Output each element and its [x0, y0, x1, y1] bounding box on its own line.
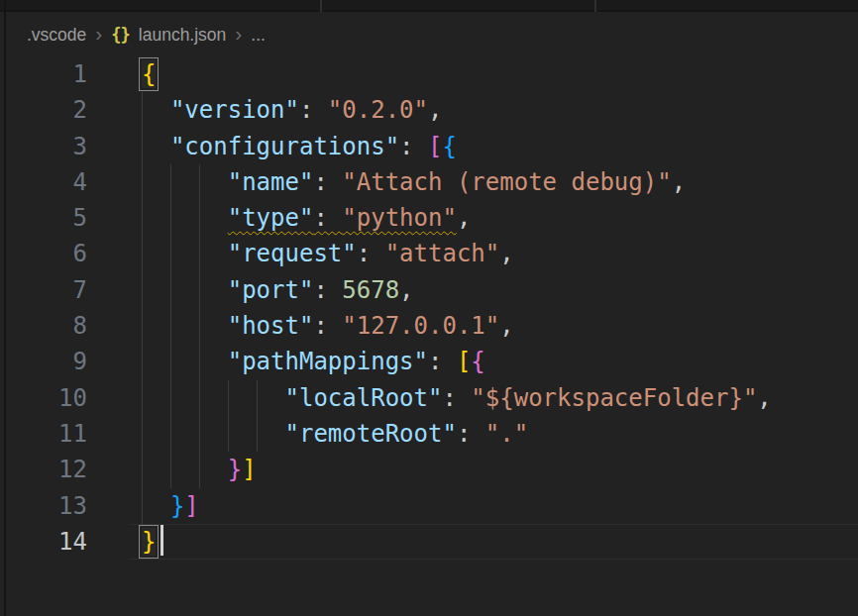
code-line[interactable]: 2 "version": "0.2.0",	[6, 92, 858, 128]
code-token: ,	[457, 204, 471, 232]
code-token	[142, 204, 228, 232]
indent-guide	[142, 308, 143, 344]
code-token: 5678	[342, 276, 399, 304]
indent-guide	[170, 452, 171, 487]
tab-divider	[594, 0, 596, 12]
line-number[interactable]: 13	[6, 488, 87, 524]
indent-guide	[142, 236, 143, 271]
indent-guide	[142, 164, 143, 200]
indent-guide	[142, 92, 143, 128]
code-token: ,	[428, 96, 442, 124]
indent-guide	[142, 416, 143, 452]
editor-left-border	[4, 0, 6, 616]
line-number[interactable]: 3	[6, 129, 87, 164]
code-token	[142, 348, 228, 375]
line-number[interactable]: 7	[6, 272, 87, 308]
indent-guide	[257, 416, 258, 452]
code-token	[142, 456, 228, 483]
code-token	[142, 276, 228, 304]
code-line[interactable]: 1{	[6, 56, 858, 92]
code-token: :	[457, 420, 485, 448]
code-line[interactable]: 13 }]	[6, 488, 858, 524]
indent-guide	[170, 236, 171, 271]
indent-guide	[199, 308, 200, 344]
chevron-right-icon: ›	[235, 23, 242, 44]
line-number[interactable]: 6	[6, 236, 87, 271]
code-line[interactable]: 14}	[6, 524, 858, 560]
indent-guide	[199, 200, 200, 236]
line-number[interactable]: 11	[6, 416, 87, 452]
code-token: :	[313, 312, 342, 340]
indent-guide	[257, 380, 258, 416]
current-line-highlight	[130, 524, 858, 560]
code-token: "version"	[170, 96, 299, 124]
code-line[interactable]: 12 }]	[6, 452, 858, 487]
code-token: "remoteRoot"	[285, 420, 457, 448]
code-content: "configurations": [{	[142, 129, 457, 164]
line-number[interactable]: 5	[6, 200, 87, 236]
code-line[interactable]: 4 "name": "Attach (remote debug)",	[6, 164, 858, 200]
indent-guide	[142, 272, 143, 308]
indent-guide	[170, 416, 171, 452]
code-line[interactable]: 6 "request": "attach",	[6, 236, 858, 271]
line-number[interactable]: 10	[6, 380, 87, 416]
line-number[interactable]: 4	[6, 164, 87, 200]
indent-guide	[142, 452, 143, 487]
code-line[interactable]: 9 "pathMappings": [{	[6, 344, 858, 379]
line-number[interactable]: 14	[6, 524, 87, 560]
code-token: :	[428, 348, 457, 375]
indent-guide	[199, 416, 200, 452]
code-line[interactable]: 10 "localRoot": "${workspaceFolder}",	[6, 380, 858, 416]
breadcrumb-item-folder[interactable]: .vscode	[27, 25, 86, 46]
code-content: "remoteRoot": "."	[142, 416, 528, 452]
code-line[interactable]: 11 "remoteRoot": "."	[6, 416, 858, 452]
breadcrumb-item-file[interactable]: launch.json	[139, 25, 227, 46]
breadcrumb-item-symbol[interactable]: ...	[251, 25, 266, 46]
code-content: }]	[142, 452, 257, 487]
line-number[interactable]: 1	[6, 56, 87, 92]
json-braces-icon: {}	[111, 25, 129, 45]
line-number[interactable]: 9	[6, 344, 87, 379]
code-token: "0.2.0"	[328, 96, 428, 124]
code-content: "type": "python",	[142, 200, 471, 236]
code-token: "Attach (remote debug)"	[342, 168, 671, 196]
line-number[interactable]: 12	[6, 452, 87, 487]
code-token: :	[357, 240, 385, 267]
code-token	[142, 133, 170, 160]
line-number[interactable]: 2	[6, 92, 87, 128]
code-token: ]	[242, 456, 256, 483]
code-token	[142, 96, 170, 124]
code-line[interactable]: 3 "configurations": [{	[6, 129, 858, 164]
code-line[interactable]: 7 "port": 5678,	[6, 272, 858, 308]
code-token: ]	[184, 492, 198, 520]
code-content: "host": "127.0.0.1",	[142, 308, 514, 344]
code-token: [	[457, 348, 471, 375]
tab-bar[interactable]	[0, 0, 858, 12]
code-content: "version": "0.2.0",	[142, 92, 442, 128]
code-content: "name": "Attach (remote debug)",	[142, 164, 686, 200]
indent-guide	[170, 380, 171, 416]
code-token: [	[428, 133, 442, 160]
indent-guide	[228, 416, 229, 452]
indent-guide	[142, 380, 143, 416]
code-line[interactable]: 8 "host": "127.0.0.1",	[6, 308, 858, 344]
code-token: ,	[399, 276, 413, 304]
code-token: "name"	[228, 168, 314, 196]
code-token: {	[471, 348, 484, 375]
indent-guide	[170, 164, 171, 200]
code-token: "localRoot"	[285, 384, 443, 412]
indent-guide	[142, 129, 143, 164]
code-token: "."	[485, 420, 528, 448]
editor[interactable]: 1{2 "version": "0.2.0",3 "configurations…	[6, 56, 858, 616]
code-content: "pathMappings": [{	[142, 344, 485, 379]
indent-guide	[170, 308, 171, 344]
code-token: {	[442, 133, 456, 160]
code-token: "request"	[228, 240, 357, 267]
line-number[interactable]: 8	[6, 308, 87, 344]
code-content: "port": 5678,	[142, 272, 414, 308]
code-token: ,	[499, 240, 513, 267]
chevron-right-icon: ›	[95, 23, 102, 44]
indent-guide	[199, 236, 200, 271]
code-line[interactable]: 5 "type": "python",	[6, 200, 858, 236]
code-token: "host"	[228, 312, 314, 340]
